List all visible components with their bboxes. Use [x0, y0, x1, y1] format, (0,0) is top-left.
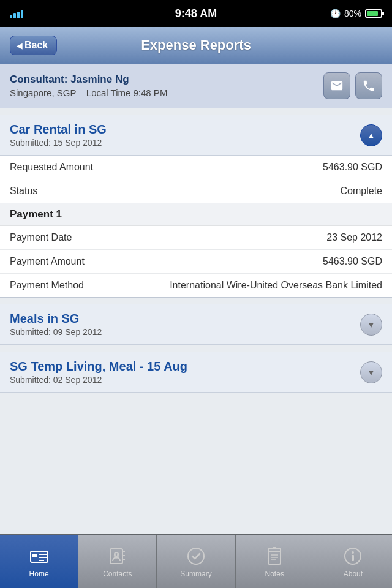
summary-icon [185, 545, 207, 567]
expense-submitted-car-rental: Submitted: 15 Sep 2012 [10, 138, 107, 148]
tab-about[interactable]: About [314, 535, 392, 588]
expand-btn-car-rental[interactable]: ▲ [360, 124, 382, 146]
status-left [10, 9, 23, 18]
svg-rect-3 [39, 557, 47, 558]
expense-title-sg-temp: SG Temp Living, Meal - 15 Aug [10, 360, 187, 374]
expense-header-sg-temp: SG Temp Living, Meal - 15 Aug Submitted:… [0, 352, 392, 393]
up-arrow-icon: ▲ [367, 130, 375, 140]
expand-btn-meals-sg[interactable]: ▼ [360, 314, 382, 336]
expense-meals-sg: Meals in SG Submitted: 09 Sep 2012 ▼ [0, 304, 392, 345]
battery-icon [365, 9, 382, 18]
expense-submitted-meals-sg: Submitted: 09 Sep 2012 [10, 327, 102, 337]
tab-bar: Home @ Contacts Summary [0, 534, 392, 588]
svg-rect-4 [39, 560, 44, 561]
expense-title-car-rental: Car Rental in SG [10, 123, 107, 137]
tab-home-label: Home [29, 570, 49, 578]
detail-row-payment-method: Payment Method International Wire-United… [0, 274, 392, 297]
detail-row-payment-amount: Payment Amount 5463.90 SGD [0, 250, 392, 274]
svg-point-11 [188, 548, 204, 564]
tab-contacts-label: Contacts [103, 570, 132, 578]
consultant-name: Consultant: Jasmine Ng [10, 74, 167, 86]
consultant-header: Consultant: Jasmine Ng Singapore, SGP Lo… [0, 64, 392, 108]
svg-text:@: @ [113, 552, 119, 559]
consultant-location: Singapore, SGP Local Time 9:48 PM [10, 88, 167, 98]
svg-rect-1 [32, 554, 37, 557]
expand-btn-sg-temp[interactable]: ▼ [360, 361, 382, 383]
tab-summary-label: Summary [180, 570, 211, 578]
email-button[interactable] [323, 72, 350, 99]
back-button[interactable]: Back [10, 36, 57, 55]
expense-submitted-sg-temp: Submitted: 02 Sep 2012 [10, 375, 187, 385]
battery-percent: 80% [344, 9, 361, 18]
tab-summary[interactable]: Summary [157, 535, 235, 588]
content: Consultant: Jasmine Ng Singapore, SGP Lo… [0, 64, 392, 534]
expense-sg-temp-living: SG Temp Living, Meal - 15 Aug Submitted:… [0, 352, 392, 393]
email-icon [330, 79, 344, 92]
svg-point-19 [352, 551, 354, 554]
nav-title: Expense Reports [141, 37, 251, 53]
detail-row-payment-date: Payment Date 23 Sep 2012 [0, 226, 392, 250]
battery-fill [367, 11, 378, 16]
contacts-icon: @ [107, 545, 129, 567]
down-arrow-icon-2: ▼ [367, 368, 375, 377]
tab-contacts[interactable]: @ Contacts [78, 535, 157, 588]
expense-car-rental: Car Rental in SG Submitted: 15 Sep 2012 … [0, 115, 392, 298]
notes-icon [263, 545, 285, 567]
svg-rect-12 [268, 548, 281, 564]
consultant-info: Consultant: Jasmine Ng Singapore, SGP Lo… [10, 74, 167, 98]
payment-1-header: Payment 1 [0, 203, 392, 226]
tab-notes-label: Notes [265, 570, 284, 578]
svg-rect-17 [273, 547, 276, 549]
svg-rect-20 [352, 555, 354, 561]
tab-about-label: About [344, 570, 363, 578]
tab-home[interactable]: Home [0, 535, 78, 588]
expense-title-meals-sg: Meals in SG [10, 312, 102, 326]
svg-rect-2 [39, 554, 47, 555]
clock-icon: 🕐 [330, 9, 341, 18]
status-bar: 9:48 AM 🕐 80% [0, 0, 392, 27]
status-right: 🕐 80% [330, 9, 382, 18]
contact-buttons [323, 72, 382, 99]
expense-header-meals-sg: Meals in SG Submitted: 09 Sep 2012 ▼ [0, 304, 392, 345]
detail-table-car-rental: Requested Amount 5463.90 SGD Status Comp… [0, 156, 392, 297]
phone-icon [362, 79, 375, 92]
phone-button[interactable] [355, 72, 382, 99]
detail-row-status: Status Complete [0, 179, 392, 203]
nav-bar: Back Expense Reports [0, 27, 392, 64]
down-arrow-icon: ▼ [367, 320, 375, 330]
detail-row-requested-amount: Requested Amount 5463.90 SGD [0, 156, 392, 179]
status-time: 9:48 AM [175, 7, 217, 20]
tab-notes[interactable]: Notes [236, 535, 314, 588]
signal-bars [10, 9, 23, 18]
expense-header-car-rental: Car Rental in SG Submitted: 15 Sep 2012 … [0, 115, 392, 156]
about-icon [342, 545, 364, 567]
home-icon [28, 545, 50, 567]
